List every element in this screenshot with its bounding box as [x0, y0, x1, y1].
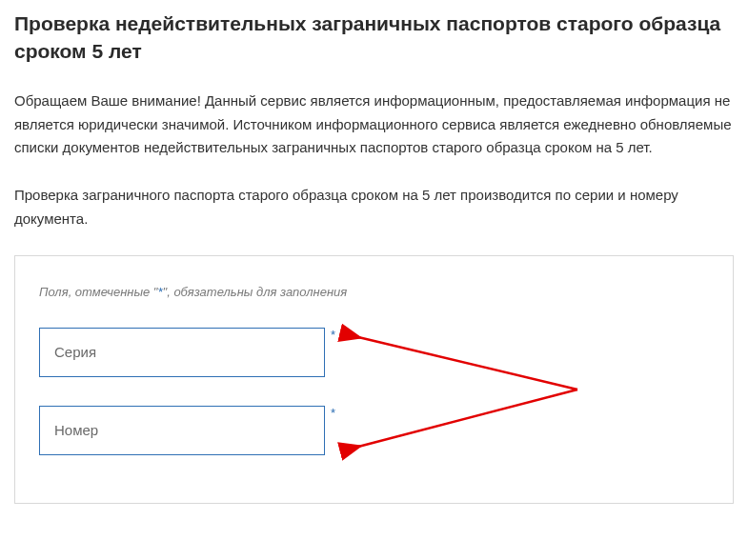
- svg-line-1: [358, 337, 577, 390]
- number-input[interactable]: [39, 406, 325, 455]
- svg-line-2: [358, 390, 577, 447]
- notice-paragraph: Обращаем Ваше внимание! Данный сервис яв…: [14, 90, 734, 160]
- number-field-row: *: [39, 406, 334, 455]
- series-required-asterisk: *: [331, 328, 335, 342]
- series-field-row: *: [39, 328, 334, 377]
- required-fields-hint: Поля, отмеченные "*", обязательны для за…: [39, 285, 709, 299]
- series-input[interactable]: [39, 328, 325, 377]
- hint-text-suffix: ", обязательны для заполнения: [163, 285, 348, 299]
- hint-text-prefix: Поля, отмеченные ": [39, 285, 157, 299]
- number-required-asterisk: *: [331, 406, 335, 420]
- instruction-paragraph: Проверка заграничного паспорта старого о…: [14, 184, 734, 231]
- page-title: Проверка недействительных заграничных па…: [14, 10, 734, 66]
- annotation-arrows: [315, 313, 592, 466]
- form-container: Поля, отмеченные "*", обязательны для за…: [14, 255, 734, 504]
